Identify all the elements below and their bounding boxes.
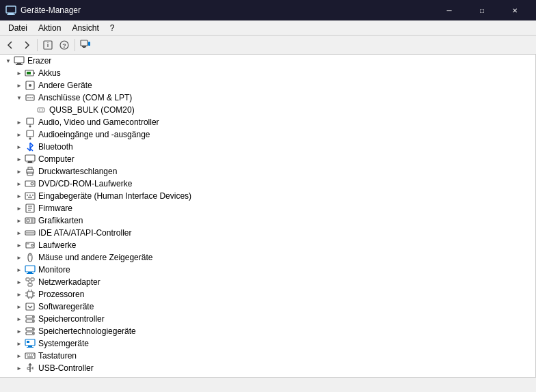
menu-help[interactable]: ? xyxy=(105,22,120,34)
tree-item-usb[interactable]: ►USB-Controller xyxy=(0,362,535,374)
audio-icon xyxy=(25,117,36,128)
expand-btn-audioeingange[interactable]: ► xyxy=(14,129,25,140)
expand-btn-akkus[interactable]: ► xyxy=(14,68,25,79)
tree-item-softwaregerate[interactable]: ►Softwaregeräte xyxy=(0,300,535,313)
tree-label-anschlusse: Anschlüsse (COM & LPT) xyxy=(38,93,132,102)
expand-btn-audio_video[interactable]: ► xyxy=(14,117,25,128)
tree-item-computer[interactable]: ►Computer xyxy=(0,153,535,165)
tree-item-root[interactable]: ▼Erazer xyxy=(0,55,535,67)
tree-item-anschlusse[interactable]: ▼Anschlüsse (COM & LPT) xyxy=(0,92,535,104)
svg-rect-45 xyxy=(28,197,32,198)
tree-item-andere[interactable]: ►Andere Geräte xyxy=(0,79,535,92)
tree-item-netzwerkadapter[interactable]: ►Netzwerkadapter xyxy=(0,276,535,288)
expand-btn-prozessoren[interactable]: ► xyxy=(14,289,25,300)
main-container: ▼Erazer►Akkus►Andere Geräte▼Anschlüsse (… xyxy=(0,55,536,377)
port_item-icon xyxy=(36,104,46,115)
expand-btn-systemgerate[interactable]: ► xyxy=(14,338,25,349)
maximize-button[interactable]: □ xyxy=(466,0,498,20)
expand-btn-firmware[interactable]: ► xyxy=(14,203,25,214)
expand-btn-andere[interactable]: ► xyxy=(14,80,25,91)
tree-item-druckwarteschlangen[interactable]: ►Druckwarteschlangen xyxy=(0,165,535,178)
printer-icon xyxy=(25,166,36,177)
tree-item-grafikkarten[interactable]: ►Grafikkarten xyxy=(0,214,535,227)
svg-rect-97 xyxy=(27,341,29,343)
svg-rect-95 xyxy=(28,346,32,347)
tree-label-grafikkarten: Grafikkarten xyxy=(38,216,83,225)
tree-label-mause: Mäuse und andere Zeigegeräte xyxy=(38,253,152,262)
tree-item-speichertechnologie[interactable]: ►Speichertechnologiegeräte xyxy=(0,325,535,337)
svg-rect-43 xyxy=(29,195,31,196)
tree-item-tastaturen[interactable]: ►Tastaturen xyxy=(0,350,535,362)
tree-item-audio_video[interactable]: ►Audio, Video und Gamecontroller xyxy=(0,116,535,128)
system-icon xyxy=(25,338,36,349)
expand-btn-grafikkarten[interactable]: ► xyxy=(14,215,25,226)
close-button[interactable]: ✕ xyxy=(499,0,531,20)
toolbar-separator-2 xyxy=(75,39,75,51)
software-icon xyxy=(25,301,36,312)
expand-btn-bluetooth[interactable]: ► xyxy=(14,141,25,152)
expand-btn-netzwerkadapter[interactable]: ► xyxy=(14,277,25,288)
tree-label-systemgerate: Systemgeräte xyxy=(38,339,89,348)
tree-item-laufwerke[interactable]: ►Laufwerke xyxy=(0,239,535,251)
tree-item-monitore[interactable]: ►Monitore xyxy=(0,264,535,276)
tree-item-firmware[interactable]: ►Firmware xyxy=(0,202,535,214)
svg-point-92 xyxy=(32,328,34,330)
svg-rect-12 xyxy=(17,63,21,64)
tree-item-speichercontroller[interactable]: ►Speichercontroller xyxy=(0,313,535,325)
toolbar-back[interactable] xyxy=(3,38,18,53)
expand-btn-speichertechnologie[interactable]: ► xyxy=(14,326,25,337)
expand-btn-laufwerke[interactable]: ► xyxy=(14,240,25,251)
tree-item-audioeingange[interactable]: ►Audioeingänge und -ausgänge xyxy=(0,128,535,141)
minimize-button[interactable]: ─ xyxy=(433,0,465,20)
expand-btn-ide[interactable]: ► xyxy=(14,227,25,238)
svg-rect-101 xyxy=(31,354,32,356)
tree-item-ide[interactable]: ►IDE ATA/ATAPI-Controller xyxy=(0,227,535,239)
svg-rect-11 xyxy=(14,57,24,63)
expand-btn-monitore[interactable]: ► xyxy=(14,264,25,275)
svg-rect-102 xyxy=(33,354,34,356)
storage-icon xyxy=(25,326,36,337)
tree-item-mause[interactable]: ►Mäuse und andere Zeigegeräte xyxy=(0,251,535,264)
toolbar-properties[interactable]: i xyxy=(40,38,55,53)
firmware-icon xyxy=(25,203,36,214)
statusbar xyxy=(0,377,536,392)
toolbar-forward[interactable] xyxy=(19,38,34,53)
menu-datei[interactable]: Datei xyxy=(3,22,33,34)
expand-btn-qusb[interactable] xyxy=(25,104,36,115)
usb-icon xyxy=(25,363,36,374)
tree-label-prozessoren: Prozessoren xyxy=(38,290,84,299)
tree-label-tastaturen: Tastaturen xyxy=(38,351,77,361)
tree-label-laufwerke: Laufwerke xyxy=(38,240,76,250)
svg-rect-7 xyxy=(81,40,88,46)
expand-btn-usb[interactable]: ► xyxy=(14,363,25,374)
tree-item-dvd[interactable]: ►DVD/CD-ROM-Laufwerke xyxy=(0,178,535,190)
tree-item-bluetooth[interactable]: ►Bluetooth xyxy=(0,141,535,153)
toolbar-help[interactable]: ? xyxy=(57,38,72,53)
expand-btn-mause[interactable]: ► xyxy=(14,252,25,263)
tree-item-qusb[interactable]: QUSB_BULK (COM20) xyxy=(0,104,535,116)
expand-btn-softwaregerate[interactable]: ► xyxy=(14,301,25,312)
tree-item-prozessoren[interactable]: ►Prozessoren xyxy=(0,288,535,300)
tree-item-systemgerate[interactable]: ►Systemgeräte xyxy=(0,337,535,350)
expand-btn-eingabegerate[interactable]: ► xyxy=(14,191,25,201)
device-tree[interactable]: ▼Erazer►Akkus►Andere Geräte▼Anschlüsse (… xyxy=(0,55,536,377)
svg-point-63 xyxy=(31,244,34,247)
tree-item-akkus[interactable]: ►Akkus xyxy=(0,67,535,79)
svg-rect-83 xyxy=(26,303,34,310)
svg-rect-26 xyxy=(27,118,34,124)
titlebar-title: Geräte-Manager xyxy=(21,5,81,15)
expand-btn-speichercontroller[interactable]: ► xyxy=(14,313,25,324)
expand-btn-tastaturen[interactable]: ► xyxy=(14,350,25,361)
expand-btn-dvd[interactable]: ► xyxy=(14,178,25,189)
expand-btn-root[interactable]: ▼ xyxy=(3,55,14,66)
menu-ansicht[interactable]: Ansicht xyxy=(66,22,104,34)
expand-btn-anschlusse[interactable]: ▼ xyxy=(14,92,25,103)
expand-btn-computer[interactable]: ► xyxy=(14,154,25,165)
storage-icon xyxy=(25,313,36,324)
svg-rect-51 xyxy=(27,219,29,222)
tree-label-firmware: Firmware xyxy=(38,204,72,213)
menu-aktion[interactable]: Aktion xyxy=(33,22,66,34)
toolbar-scan[interactable] xyxy=(78,38,93,53)
tree-item-eingabegerate[interactable]: ►Eingabegeräte (Human Interface Devices) xyxy=(0,190,535,202)
expand-btn-druckwarteschlangen[interactable]: ► xyxy=(14,166,25,177)
